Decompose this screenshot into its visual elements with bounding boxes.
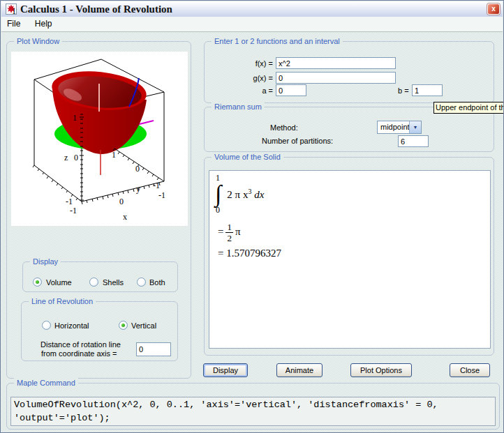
z-tick-minus1: -1 <box>66 197 73 206</box>
z-tick-1: 1 <box>73 113 77 123</box>
g-label: g(x) = <box>231 74 273 82</box>
svg-text:11: 11 <box>12 6 17 15</box>
menu-bar: File Help <box>1 17 503 32</box>
x-tick-minus1: -1 <box>70 206 77 215</box>
volume-result-area: 1 ∫ 0 2 π x3 dx =12π = 1.570796327 <box>209 170 491 349</box>
method-dropdown[interactable]: midpoint ▼ <box>377 121 422 134</box>
title-bar[interactable]: 11 Calculus 1 - Volume of Revolution x <box>1 1 503 17</box>
radio-shells-label[interactable]: Shells <box>103 278 124 287</box>
functions-group-label: Enter 1 or 2 functions and an interval <box>212 36 343 46</box>
display-options-group: Display Volume Shells Both <box>22 261 178 292</box>
close-button[interactable]: Close <box>450 363 490 377</box>
dialog-body: Plot Window <box>1 32 503 432</box>
functions-group: Enter 1 or 2 functions and an interval f… <box>204 41 494 103</box>
pi-symbol: π <box>235 226 241 237</box>
volume-of-revolution-3d-plot: 1 z 0 -1 -1 0 x 1 0 y -1 -1 <box>11 52 188 226</box>
partitions-input[interactable] <box>398 135 429 147</box>
method-dropdown-value: midpoint <box>380 123 410 131</box>
volume-group: Volume of the Solid 1 ∫ 0 2 π x3 dx =12π… <box>204 157 494 356</box>
integral-expression: 1 ∫ 0 2 π x3 dx <box>215 174 264 214</box>
chevron-down-icon[interactable]: ▼ <box>409 121 421 133</box>
b-label: b = <box>398 86 409 95</box>
distance-label-line1: Distance of rotation line <box>40 340 121 349</box>
integrand-dx: dx <box>251 189 264 200</box>
command-line-2: 'output'='plot'); <box>14 413 110 423</box>
method-label: Method: <box>270 123 298 132</box>
plot-window-group: Plot Window <box>6 41 191 379</box>
window-title: Calculus 1 - Volume of Revolution <box>20 2 172 17</box>
equals-sign: = <box>218 226 223 237</box>
y-axis-label: y <box>136 184 140 194</box>
plot-window-group-label: Plot Window <box>14 36 62 46</box>
y-tick-minus1: -1 <box>153 181 160 190</box>
maple-command-group-label: Maple Command <box>14 378 78 388</box>
application-window: 11 Calculus 1 - Volume of Revolution x F… <box>0 0 504 433</box>
y-tick-0: 0 <box>135 164 140 174</box>
fraction-denominator: 2 <box>225 233 233 243</box>
distance-input[interactable] <box>136 342 171 356</box>
b-input[interactable] <box>412 84 443 96</box>
x-tick-0: 0 <box>119 197 124 206</box>
corner-tick-minus1: -1 <box>158 190 165 200</box>
z-tick-0: 0 <box>74 153 78 162</box>
volume-group-label: Volume of the Solid <box>212 152 283 162</box>
maple-command-text[interactable]: VolumeOfRevolution(x^2, 0, 0..1, 'axis'=… <box>10 397 496 426</box>
plot-canvas[interactable]: 1 z 0 -1 -1 0 x 1 0 y -1 -1 <box>11 52 188 226</box>
display-group-label: Display <box>30 257 61 266</box>
radio-vertical[interactable] <box>119 321 128 330</box>
radio-volume-label[interactable]: Volume <box>46 278 72 287</box>
line-of-revolution-group: Line of Revolution Horizontal Vertical D… <box>21 301 178 361</box>
radio-both-label[interactable]: Both <box>149 278 165 287</box>
riemann-group-label: Riemann sum <box>212 102 265 112</box>
command-line-1: VolumeOfRevolution(x^2, 0, 0..1, 'axis'=… <box>14 400 438 410</box>
menu-help[interactable]: Help <box>29 17 58 29</box>
display-button[interactable]: Display <box>203 363 248 377</box>
integrand-text: 2 π x <box>227 189 248 200</box>
line-group-label: Line of Revolution <box>29 296 96 306</box>
f-label: f(x) = <box>231 59 273 68</box>
radio-shells[interactable] <box>89 278 98 287</box>
f-input[interactable] <box>276 57 396 69</box>
radio-vertical-label[interactable]: Vertical <box>131 321 156 330</box>
integral-lower-limit: 0 <box>215 206 221 214</box>
tooltip: Upper endpoint of th <box>433 102 504 114</box>
partitions-label: Number of partitions: <box>262 137 333 145</box>
maple-app-icon: 11 <box>6 3 17 15</box>
g-input[interactable] <box>276 72 396 84</box>
y-tick-1: 1 <box>112 150 116 160</box>
plot-options-button[interactable]: Plot Options <box>350 363 412 377</box>
fraction-numerator: 1 <box>225 222 233 233</box>
radio-volume[interactable] <box>33 278 42 287</box>
a-input[interactable] <box>276 84 306 96</box>
x-axis-label: x <box>123 212 127 222</box>
a-label: a = <box>231 86 273 95</box>
radio-horizontal-label[interactable]: Horizontal <box>54 321 89 330</box>
symbolic-result: =12π <box>218 222 241 243</box>
z-axis-label: z <box>64 153 68 162</box>
maple-command-group: Maple Command VolumeOfRevolution(x^2, 0,… <box>6 383 500 430</box>
integral-sign: ∫ <box>215 182 221 206</box>
numeric-result: = 1.570796327 <box>218 248 281 259</box>
menu-file[interactable]: File <box>1 17 26 29</box>
close-window-button[interactable]: x <box>487 3 500 15</box>
animate-button[interactable]: Animate <box>276 363 323 377</box>
distance-label-line2: from coordinate axis = <box>41 349 117 358</box>
radio-both[interactable] <box>137 278 146 287</box>
radio-horizontal[interactable] <box>42 321 51 330</box>
